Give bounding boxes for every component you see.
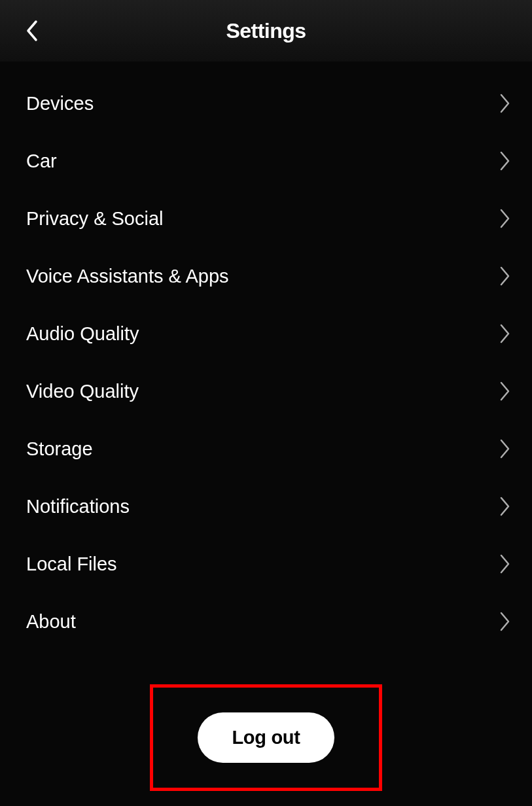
- chevron-left-icon: [24, 19, 39, 43]
- settings-item-video-quality[interactable]: Video Quality: [0, 362, 532, 420]
- settings-item-car[interactable]: Car: [0, 132, 532, 190]
- settings-item-notifications[interactable]: Notifications: [0, 478, 532, 535]
- settings-item-audio-quality[interactable]: Audio Quality: [0, 305, 532, 362]
- logout-container: Log out: [0, 684, 532, 791]
- settings-item-label: About: [26, 611, 76, 633]
- settings-item-label: Car: [26, 150, 57, 172]
- chevron-right-icon: [498, 323, 512, 345]
- chevron-right-icon: [498, 207, 512, 230]
- page-title: Settings: [0, 19, 532, 43]
- chevron-right-icon: [498, 495, 512, 517]
- chevron-right-icon: [498, 553, 512, 575]
- header-bar: Settings: [0, 0, 532, 61]
- settings-item-privacy-social[interactable]: Privacy & Social: [0, 190, 532, 247]
- settings-item-label: Video Quality: [26, 381, 139, 402]
- settings-item-about[interactable]: About: [0, 593, 532, 650]
- settings-item-label: Audio Quality: [26, 323, 139, 345]
- settings-item-label: Local Files: [26, 553, 117, 575]
- chevron-right-icon: [498, 150, 512, 172]
- settings-item-label: Devices: [26, 93, 94, 114]
- chevron-right-icon: [498, 265, 512, 287]
- chevron-right-icon: [498, 438, 512, 460]
- settings-item-storage[interactable]: Storage: [0, 420, 532, 478]
- logout-button[interactable]: Log out: [198, 712, 334, 763]
- back-button[interactable]: [18, 18, 44, 44]
- settings-item-label: Storage: [26, 438, 93, 460]
- settings-item-label: Notifications: [26, 496, 130, 517]
- settings-item-label: Privacy & Social: [26, 208, 164, 230]
- settings-item-voice-assistants[interactable]: Voice Assistants & Apps: [0, 247, 532, 305]
- settings-list: Devices Car Privacy & Social Voice Assis…: [0, 61, 532, 650]
- chevron-right-icon: [498, 380, 512, 402]
- settings-item-local-files[interactable]: Local Files: [0, 535, 532, 593]
- chevron-right-icon: [498, 92, 512, 114]
- settings-item-devices[interactable]: Devices: [0, 75, 532, 132]
- highlight-annotation: Log out: [150, 684, 381, 791]
- chevron-right-icon: [498, 610, 512, 633]
- settings-item-label: Voice Assistants & Apps: [26, 266, 229, 287]
